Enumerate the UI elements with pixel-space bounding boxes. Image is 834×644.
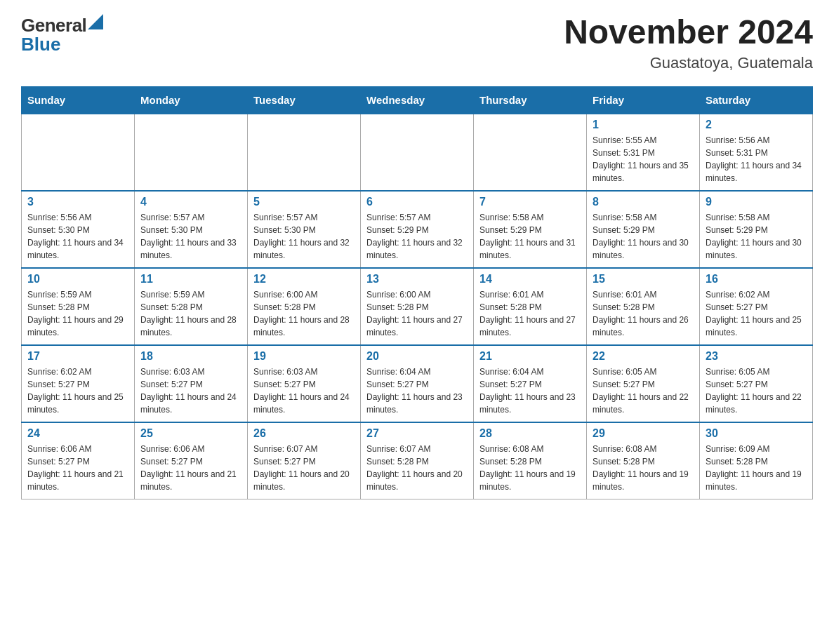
- day-number: 10: [27, 273, 128, 286]
- day-number: 29: [593, 427, 694, 440]
- day-info: Sunrise: 5:57 AMSunset: 5:30 PMDaylight:…: [253, 211, 355, 262]
- logo-triangle-icon: [88, 14, 103, 29]
- calendar-cell: 24 Sunrise: 6:06 AMSunset: 5:27 PMDaylig…: [22, 422, 135, 499]
- day-info: Sunrise: 6:02 AMSunset: 5:27 PMDaylight:…: [27, 365, 128, 416]
- calendar-cell: 12 Sunrise: 6:00 AMSunset: 5:28 PMDaylig…: [248, 268, 361, 345]
- day-info: Sunrise: 5:58 AMSunset: 5:29 PMDaylight:…: [706, 211, 807, 262]
- day-info: Sunrise: 5:56 AMSunset: 5:31 PMDaylight:…: [706, 134, 807, 185]
- day-number: 9: [706, 196, 807, 208]
- header-tuesday: Tuesday: [248, 86, 361, 114]
- header-thursday: Thursday: [474, 86, 587, 114]
- day-number: 4: [140, 196, 241, 208]
- day-number: 1: [593, 119, 694, 131]
- calendar-cell: 17 Sunrise: 6:02 AMSunset: 5:27 PMDaylig…: [22, 345, 135, 422]
- header-saturday: Saturday: [700, 86, 813, 114]
- calendar-cell: 26 Sunrise: 6:07 AMSunset: 5:27 PMDaylig…: [248, 422, 361, 499]
- week-row-1: 1 Sunrise: 5:55 AMSunset: 5:31 PMDayligh…: [22, 114, 813, 191]
- day-number: 23: [706, 350, 807, 363]
- weekday-header-row: Sunday Monday Tuesday Wednesday Thursday…: [22, 86, 813, 114]
- week-row-4: 17 Sunrise: 6:02 AMSunset: 5:27 PMDaylig…: [22, 345, 813, 422]
- day-number: 2: [706, 119, 807, 131]
- calendar-cell: 6 Sunrise: 5:57 AMSunset: 5:29 PMDayligh…: [361, 191, 474, 268]
- day-info: Sunrise: 6:05 AMSunset: 5:27 PMDaylight:…: [593, 365, 694, 416]
- calendar-cell: 10 Sunrise: 5:59 AMSunset: 5:28 PMDaylig…: [22, 268, 135, 345]
- day-info: Sunrise: 6:04 AMSunset: 5:27 PMDaylight:…: [366, 365, 468, 416]
- day-info: Sunrise: 5:58 AMSunset: 5:29 PMDaylight:…: [593, 211, 694, 262]
- calendar-cell: 1 Sunrise: 5:55 AMSunset: 5:31 PMDayligh…: [587, 114, 700, 191]
- page-header: General Blue November 2024 Guastatoya, G…: [21, 14, 813, 72]
- header-sunday: Sunday: [22, 86, 135, 114]
- week-row-3: 10 Sunrise: 5:59 AMSunset: 5:28 PMDaylig…: [22, 268, 813, 345]
- day-number: 21: [479, 350, 581, 363]
- day-number: 3: [27, 196, 128, 208]
- calendar-cell: [135, 114, 248, 191]
- day-info: Sunrise: 6:08 AMSunset: 5:28 PMDaylight:…: [593, 443, 694, 493]
- logo: General Blue: [21, 14, 103, 55]
- header-friday: Friday: [587, 86, 700, 114]
- calendar-subtitle: Guastatoya, Guatemala: [564, 54, 813, 72]
- calendar-cell: 23 Sunrise: 6:05 AMSunset: 5:27 PMDaylig…: [700, 345, 813, 422]
- day-number: 14: [479, 273, 581, 286]
- day-number: 20: [366, 350, 468, 363]
- day-number: 15: [593, 273, 694, 286]
- day-info: Sunrise: 6:03 AMSunset: 5:27 PMDaylight:…: [253, 365, 355, 416]
- title-area: November 2024 Guastatoya, Guatemala: [564, 14, 813, 72]
- day-info: Sunrise: 6:02 AMSunset: 5:27 PMDaylight:…: [706, 288, 807, 339]
- day-info: Sunrise: 5:56 AMSunset: 5:30 PMDaylight:…: [27, 211, 128, 262]
- calendar-cell: 19 Sunrise: 6:03 AMSunset: 5:27 PMDaylig…: [248, 345, 361, 422]
- day-info: Sunrise: 6:01 AMSunset: 5:28 PMDaylight:…: [593, 288, 694, 339]
- calendar-cell: 20 Sunrise: 6:04 AMSunset: 5:27 PMDaylig…: [361, 345, 474, 422]
- calendar-cell: 29 Sunrise: 6:08 AMSunset: 5:28 PMDaylig…: [587, 422, 700, 499]
- day-number: 30: [706, 427, 807, 440]
- calendar-cell: 7 Sunrise: 5:58 AMSunset: 5:29 PMDayligh…: [474, 191, 587, 268]
- header-monday: Monday: [135, 86, 248, 114]
- day-number: 11: [140, 273, 241, 286]
- calendar-cell: [248, 114, 361, 191]
- calendar-cell: 3 Sunrise: 5:56 AMSunset: 5:30 PMDayligh…: [22, 191, 135, 268]
- day-info: Sunrise: 6:09 AMSunset: 5:28 PMDaylight:…: [706, 443, 807, 493]
- day-number: 16: [706, 273, 807, 286]
- calendar-cell: 18 Sunrise: 6:03 AMSunset: 5:27 PMDaylig…: [135, 345, 248, 422]
- week-row-2: 3 Sunrise: 5:56 AMSunset: 5:30 PMDayligh…: [22, 191, 813, 268]
- day-info: Sunrise: 6:07 AMSunset: 5:27 PMDaylight:…: [253, 443, 355, 493]
- day-info: Sunrise: 5:58 AMSunset: 5:29 PMDaylight:…: [479, 211, 581, 262]
- svg-marker-0: [88, 14, 103, 29]
- day-info: Sunrise: 5:57 AMSunset: 5:29 PMDaylight:…: [366, 211, 468, 262]
- calendar-cell: 25 Sunrise: 6:06 AMSunset: 5:27 PMDaylig…: [135, 422, 248, 499]
- day-info: Sunrise: 6:08 AMSunset: 5:28 PMDaylight:…: [479, 443, 581, 493]
- day-number: 6: [366, 196, 468, 208]
- day-number: 25: [140, 427, 241, 440]
- day-info: Sunrise: 6:01 AMSunset: 5:28 PMDaylight:…: [479, 288, 581, 339]
- calendar-cell: 5 Sunrise: 5:57 AMSunset: 5:30 PMDayligh…: [248, 191, 361, 268]
- calendar-cell: 15 Sunrise: 6:01 AMSunset: 5:28 PMDaylig…: [587, 268, 700, 345]
- day-number: 28: [479, 427, 581, 440]
- day-number: 7: [479, 196, 581, 208]
- day-info: Sunrise: 6:07 AMSunset: 5:28 PMDaylight:…: [366, 443, 468, 493]
- calendar-cell: [474, 114, 587, 191]
- day-info: Sunrise: 6:04 AMSunset: 5:27 PMDaylight:…: [479, 365, 581, 416]
- calendar-table: Sunday Monday Tuesday Wednesday Thursday…: [21, 86, 813, 500]
- calendar-cell: 22 Sunrise: 6:05 AMSunset: 5:27 PMDaylig…: [587, 345, 700, 422]
- calendar-cell: 9 Sunrise: 5:58 AMSunset: 5:29 PMDayligh…: [700, 191, 813, 268]
- day-number: 19: [253, 350, 355, 363]
- day-info: Sunrise: 6:03 AMSunset: 5:27 PMDaylight:…: [140, 365, 241, 416]
- calendar-cell: [361, 114, 474, 191]
- day-info: Sunrise: 6:00 AMSunset: 5:28 PMDaylight:…: [253, 288, 355, 339]
- day-info: Sunrise: 5:59 AMSunset: 5:28 PMDaylight:…: [140, 288, 241, 339]
- week-row-5: 24 Sunrise: 6:06 AMSunset: 5:27 PMDaylig…: [22, 422, 813, 499]
- day-number: 27: [366, 427, 468, 440]
- calendar-cell: 16 Sunrise: 6:02 AMSunset: 5:27 PMDaylig…: [700, 268, 813, 345]
- day-info: Sunrise: 5:57 AMSunset: 5:30 PMDaylight:…: [140, 211, 241, 262]
- day-number: 5: [253, 196, 355, 208]
- header-wednesday: Wednesday: [361, 86, 474, 114]
- day-info: Sunrise: 6:06 AMSunset: 5:27 PMDaylight:…: [27, 443, 128, 493]
- day-info: Sunrise: 6:06 AMSunset: 5:27 PMDaylight:…: [140, 443, 241, 493]
- calendar-cell: 2 Sunrise: 5:56 AMSunset: 5:31 PMDayligh…: [700, 114, 813, 191]
- day-info: Sunrise: 6:05 AMSunset: 5:27 PMDaylight:…: [706, 365, 807, 416]
- day-number: 8: [593, 196, 694, 208]
- day-info: Sunrise: 6:00 AMSunset: 5:28 PMDaylight:…: [366, 288, 468, 339]
- calendar-cell: 14 Sunrise: 6:01 AMSunset: 5:28 PMDaylig…: [474, 268, 587, 345]
- day-number: 12: [253, 273, 355, 286]
- calendar-cell: 13 Sunrise: 6:00 AMSunset: 5:28 PMDaylig…: [361, 268, 474, 345]
- calendar-cell: 4 Sunrise: 5:57 AMSunset: 5:30 PMDayligh…: [135, 191, 248, 268]
